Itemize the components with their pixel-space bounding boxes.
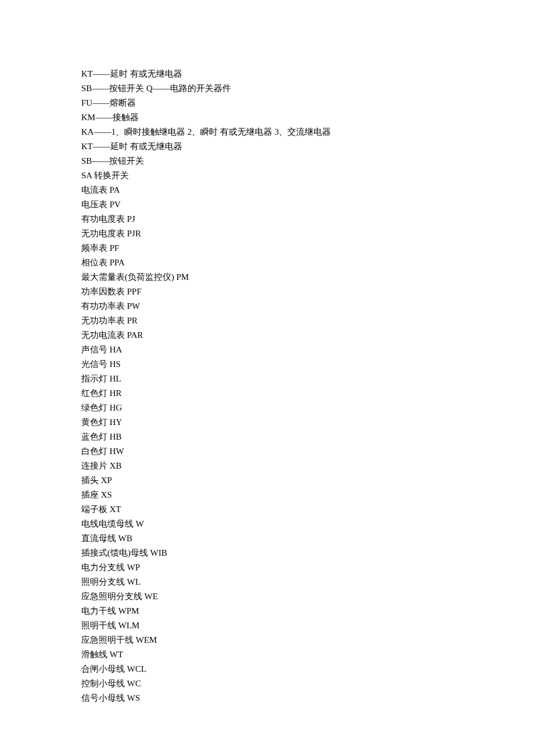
text-line: KA——1、瞬时接触继电器 2、瞬时 有或无继电器 3、交流继电器	[81, 125, 453, 139]
text-line: 应急照明分支线 WE	[81, 589, 453, 604]
text-line: SB——按钮开关	[81, 154, 453, 168]
text-line: 有功功率表 PW	[81, 299, 453, 314]
document-page: KT——延时 有或无继电器 SB——按钮开关 Q——电路的开关器件 FU——熔断…	[0, 0, 534, 756]
text-line: 滑触线 WT	[81, 647, 453, 662]
text-line: 照明干线 WLM	[81, 618, 453, 633]
text-line: 白色灯 HW	[81, 444, 453, 459]
text-line: 无功电度表 PJR	[81, 226, 453, 241]
text-line: 应急照明干线 WEM	[81, 633, 453, 647]
text-line: 黄色灯 HY	[81, 415, 453, 430]
text-line: 照明分支线 WL	[81, 575, 453, 589]
text-line: 端子板 XT	[81, 502, 453, 517]
text-line: 电流表 PA	[81, 183, 453, 197]
text-line: FU——熔断器	[81, 96, 453, 110]
text-line: 电线电缆母线 W	[81, 517, 453, 531]
text-line: SA 转换开关	[81, 168, 453, 183]
text-line: KM——接触器	[81, 110, 453, 125]
text-line: 连接片 XB	[81, 459, 453, 473]
text-line: 功率因数表 PPF	[81, 285, 453, 299]
text-line: 声信号 HA	[81, 343, 453, 357]
text-line: 无功功率表 PR	[81, 314, 453, 328]
text-line: KT——延时 有或无继电器	[81, 67, 453, 81]
text-line: 电压表 PV	[81, 197, 453, 212]
text-line: 信号小母线 WS	[81, 691, 453, 705]
text-line: 直流母线 WB	[81, 531, 453, 546]
text-line: 合闸小母线 WCL	[81, 662, 453, 676]
text-line: 插头 XP	[81, 473, 453, 488]
text-line: 频率表 PF	[81, 241, 453, 255]
text-line: 光信号 HS	[81, 357, 453, 372]
text-line: KT——延时 有或无继电器	[81, 139, 453, 154]
text-line: 电力分支线 WP	[81, 560, 453, 575]
text-line: 电力干线 WPM	[81, 604, 453, 618]
text-line: SB——按钮开关 Q——电路的开关器件	[81, 81, 453, 96]
text-line: 红色灯 HR	[81, 386, 453, 401]
text-line: 插接式(馈电)母线 WIB	[81, 546, 453, 560]
text-line: 控制小母线 WC	[81, 676, 453, 691]
text-line: 绿色灯 HG	[81, 401, 453, 415]
text-line: 蓝色灯 HB	[81, 430, 453, 444]
text-line: 有功电度表 PJ	[81, 212, 453, 226]
text-line: 指示灯 HL	[81, 372, 453, 386]
text-line: 最大需量表(负荷监控仪) PM	[81, 270, 453, 285]
text-line: 相位表 PPA	[81, 255, 453, 270]
text-line: 插座 XS	[81, 488, 453, 502]
text-line: 无功电流表 PAR	[81, 328, 453, 343]
